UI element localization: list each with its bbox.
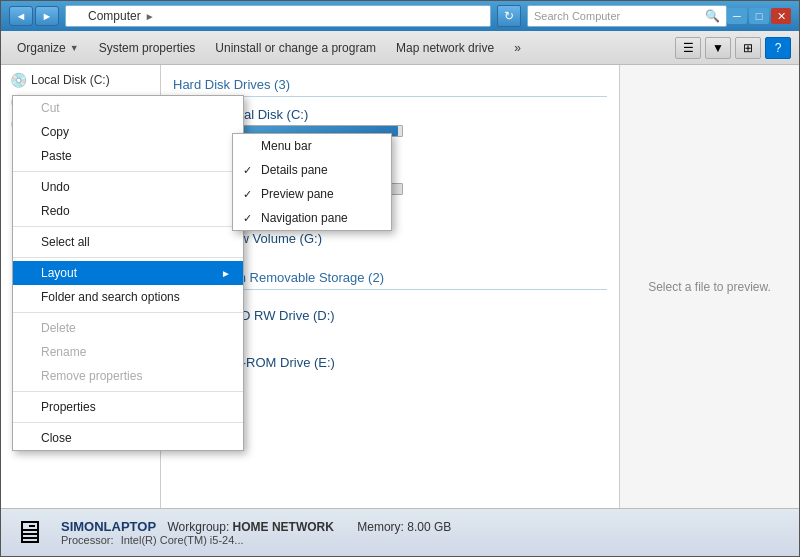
submenu-item-details-pane[interactable]: ✓ Details pane xyxy=(233,158,391,182)
view-dropdown-button[interactable]: ▼ xyxy=(705,37,731,59)
back-button[interactable]: ◄ xyxy=(9,6,33,26)
layout-label: Layout xyxy=(41,266,77,280)
menu-item-close[interactable]: Close xyxy=(13,426,243,450)
refresh-button[interactable]: ↻ xyxy=(497,5,521,27)
preview-pane-check: ✓ xyxy=(243,188,252,201)
menu-item-paste[interactable]: Paste xyxy=(13,144,243,168)
remove-properties-label: Remove properties xyxy=(41,369,142,383)
rename-label: Rename xyxy=(41,345,86,359)
system-properties-button[interactable]: System properties xyxy=(91,37,204,59)
maximize-button[interactable]: □ xyxy=(749,8,769,24)
menu-separator-4 xyxy=(13,312,243,313)
nav-item-local-c[interactable]: 💿 Local Disk (C:) xyxy=(1,69,160,91)
menu-separator-3 xyxy=(13,257,243,258)
details-view-button[interactable]: ⊞ xyxy=(735,37,761,59)
help-button[interactable]: ? xyxy=(765,37,791,59)
properties-label: Properties xyxy=(41,400,96,414)
forward-button[interactable]: ► xyxy=(35,6,59,26)
address-arrow: ► xyxy=(145,11,155,22)
drive-c-name: Local Disk (C:) xyxy=(223,107,607,122)
minimize-button[interactable]: ─ xyxy=(727,8,747,24)
change-view-button[interactable]: ☰ xyxy=(675,37,701,59)
context-menu: Cut Copy Paste Undo Redo Select all Layo… xyxy=(12,95,244,451)
cut-label: Cut xyxy=(41,101,60,115)
menu-separator-1 xyxy=(13,171,243,172)
submenu-item-navigation-pane[interactable]: ✓ Navigation pane xyxy=(233,206,391,230)
system-properties-label: System properties xyxy=(99,41,196,55)
status-computer-icon: 🖥 xyxy=(13,514,45,551)
close-button[interactable]: ✕ xyxy=(771,8,791,24)
menu-item-layout[interactable]: Layout ► xyxy=(13,261,243,285)
computer-icon: 🖥 xyxy=(70,8,84,24)
menu-item-copy[interactable]: Copy xyxy=(13,120,243,144)
search-icon: 🔍 xyxy=(705,9,720,23)
map-network-button[interactable]: Map network drive xyxy=(388,37,502,59)
status-name-line: SIMONLAPTOP Workgroup: HOME NETWORK Memo… xyxy=(61,519,787,534)
close-label: Close xyxy=(41,431,72,445)
hard-drives-title: Hard Disk Drives (3) xyxy=(173,77,607,97)
menu-item-redo[interactable]: Redo xyxy=(13,199,243,223)
status-processor: Intel(R) Core(TM) i5-24... xyxy=(121,534,244,546)
preview-text: Select a file to preview. xyxy=(648,280,771,294)
select-all-label: Select all xyxy=(41,235,90,249)
menu-bar-label: Menu bar xyxy=(261,139,312,153)
submenu-item-menu-bar[interactable]: Menu bar xyxy=(233,134,391,158)
menu-separator-6 xyxy=(13,422,243,423)
more-label: » xyxy=(514,41,521,55)
menu-item-rename[interactable]: Rename xyxy=(13,340,243,364)
uninstall-button[interactable]: Uninstall or change a program xyxy=(207,37,384,59)
menu-item-properties[interactable]: Properties xyxy=(13,395,243,419)
cdrom-e-name: CD-ROM Drive (E:) xyxy=(223,355,607,370)
details-pane-label: Details pane xyxy=(261,163,328,177)
status-workgroup: HOME NETWORK xyxy=(233,520,334,534)
menu-separator-2 xyxy=(13,226,243,227)
menu-item-cut[interactable]: Cut xyxy=(13,96,243,120)
organize-label: Organize xyxy=(17,41,66,55)
search-placeholder: Search Computer xyxy=(534,10,620,22)
layout-arrow: ► xyxy=(221,268,231,279)
title-bar-controls: ─ □ ✕ xyxy=(727,8,791,24)
menu-item-delete[interactable]: Delete xyxy=(13,316,243,340)
toolbar: Organize ▼ System properties Uninstall o… xyxy=(1,31,799,65)
status-detail-line: Processor: Intel(R) Core(TM) i5-24... xyxy=(61,534,787,546)
address-path: Computer xyxy=(88,9,141,23)
local-c-icon: 💿 xyxy=(9,72,27,88)
map-network-label: Map network drive xyxy=(396,41,494,55)
status-computer-name: SIMONLAPTOP xyxy=(61,519,156,534)
drive-g-name: New Volume (G:) xyxy=(223,231,607,246)
uninstall-label: Uninstall or change a program xyxy=(215,41,376,55)
folder-options-label: Folder and search options xyxy=(41,290,180,304)
redo-label: Redo xyxy=(41,204,70,218)
window: ◄ ► 🖥 Computer ► ↻ Search Computer 🔍 ─ □… xyxy=(0,0,800,557)
submenu-item-preview-pane[interactable]: ✓ Preview pane xyxy=(233,182,391,206)
navigation-pane-check: ✓ xyxy=(243,212,252,225)
preview-pane-label: Preview pane xyxy=(261,187,334,201)
details-pane-check: ✓ xyxy=(243,164,252,177)
dvd-d-name: DVD RW Drive (D:) xyxy=(223,308,607,323)
more-button[interactable]: » xyxy=(506,37,529,59)
paste-label: Paste xyxy=(41,149,72,163)
toolbar-right: ☰ ▼ ⊞ ? xyxy=(675,37,791,59)
menu-item-folder-options[interactable]: Folder and search options xyxy=(13,285,243,309)
organize-arrow: ▼ xyxy=(70,43,79,53)
nav-item-local-c-label: Local Disk (C:) xyxy=(31,73,110,87)
submenu: Menu bar ✓ Details pane ✓ Preview pane ✓… xyxy=(232,133,392,231)
drive-g-info: New Volume (G:) xyxy=(223,231,607,249)
menu-item-remove-properties[interactable]: Remove properties xyxy=(13,364,243,388)
menu-separator-5 xyxy=(13,391,243,392)
search-bar[interactable]: Search Computer 🔍 xyxy=(527,5,727,27)
organize-button[interactable]: Organize ▼ xyxy=(9,37,87,59)
nav-buttons: ◄ ► xyxy=(9,6,59,26)
copy-label: Copy xyxy=(41,125,69,139)
dvd-d-info: DVD RW Drive (D:) xyxy=(223,308,607,326)
cdrom-e-info: CD-ROM Drive (E:) xyxy=(223,355,607,373)
status-bar: 🖥 SIMONLAPTOP Workgroup: HOME NETWORK Me… xyxy=(1,508,799,556)
menu-item-undo[interactable]: Undo xyxy=(13,175,243,199)
title-bar: ◄ ► 🖥 Computer ► ↻ Search Computer 🔍 ─ □… xyxy=(1,1,799,31)
status-memory-label: Memory: xyxy=(357,520,407,534)
address-bar[interactable]: 🖥 Computer ► xyxy=(65,5,491,27)
delete-label: Delete xyxy=(41,321,76,335)
title-bar-left: ◄ ► 🖥 Computer ► ↻ Search Computer 🔍 xyxy=(9,5,727,27)
menu-item-select-all[interactable]: Select all xyxy=(13,230,243,254)
preview-pane: Select a file to preview. xyxy=(619,65,799,508)
